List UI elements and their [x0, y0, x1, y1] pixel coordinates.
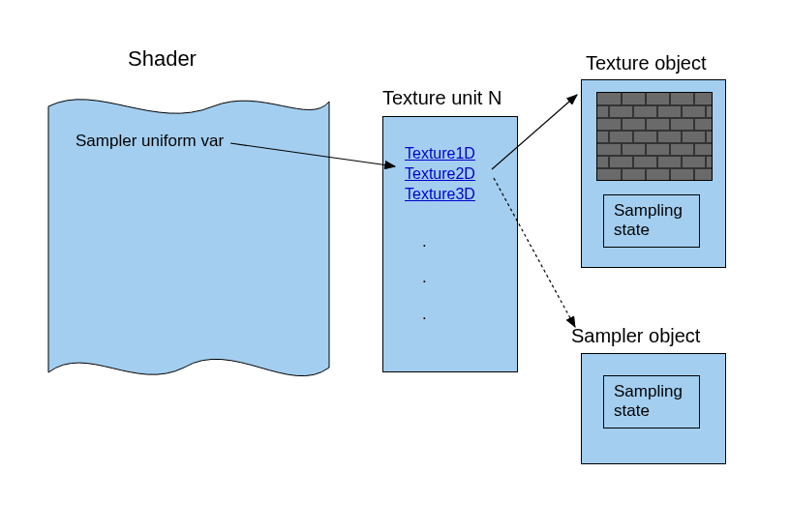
texture-object-box: Samplingstate — [581, 79, 726, 268]
texture-object-title: Texture object — [586, 52, 707, 74]
sampler-sampling-state-label: Samplingstate — [614, 382, 683, 422]
brick-texture-image — [596, 92, 713, 181]
texture1d-link: Texture1D — [405, 144, 475, 164]
sampler-object-box: Samplingstate — [581, 353, 726, 464]
sampler-sampling-state-box: Samplingstate — [603, 375, 700, 429]
texture-unit-box: Texture1D Texture2D Texture3D . . . — [382, 116, 518, 372]
texture2d-link: Texture2D — [405, 164, 475, 185]
texture-sampling-state-box: Samplingstate — [603, 194, 700, 248]
texture-unit-title: Texture unit N — [382, 87, 501, 109]
sampler-object-title: Sampler object — [571, 325, 700, 347]
sampler-uniform-label: Sampler uniform var — [76, 132, 224, 151]
shader-shape — [39, 77, 339, 397]
shader-title: Shader — [128, 46, 197, 72]
texture-sampling-state-label: Samplingstate — [614, 201, 683, 241]
texture-unit-dots: . . . — [422, 223, 427, 332]
texture-unit-items: Texture1D Texture2D Texture3D — [405, 144, 475, 204]
texture3d-link: Texture3D — [405, 185, 475, 205]
